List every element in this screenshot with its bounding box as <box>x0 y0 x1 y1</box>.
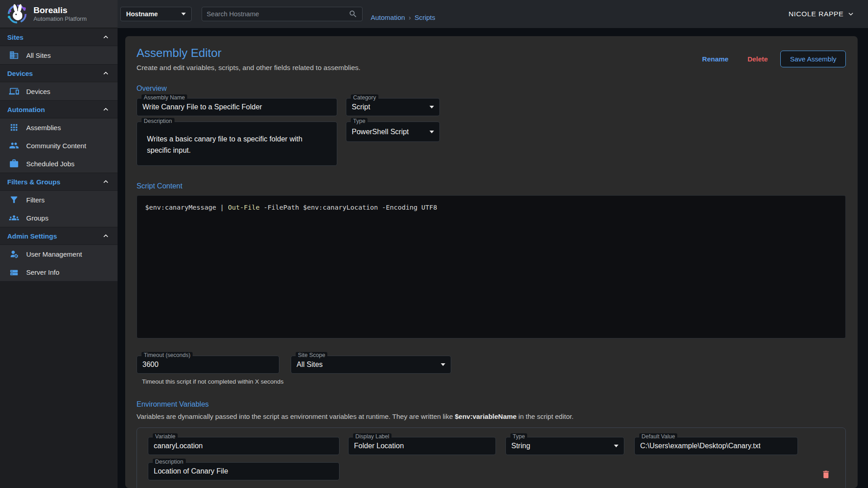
description-field[interactable]: Description Writes a basic canary file t… <box>137 122 337 166</box>
breadcrumb-separator: › <box>409 14 411 21</box>
script-code-editor[interactable]: $env:canaryMessage | Out-File -FilePath … <box>137 195 846 338</box>
devices-icon <box>9 86 19 96</box>
env-vars-description: Variables are dynamically passed into th… <box>137 413 846 420</box>
header-actions: Rename Delete Save Assembly <box>696 51 846 67</box>
site-scope-select[interactable]: Site Scope All Sites <box>291 356 451 374</box>
chevron-up-icon <box>101 33 110 42</box>
server-icon <box>9 267 19 277</box>
code-segment-function: Out-File <box>228 204 259 211</box>
variable-description-field[interactable]: Description Location of Canary File <box>148 462 340 480</box>
timeout-field[interactable]: Timeout (seconds) 3600 <box>137 356 279 374</box>
rename-button[interactable]: Rename <box>696 52 735 66</box>
delete-variable-button[interactable] <box>821 469 831 481</box>
env-var-syntax: $env:variableName <box>455 413 517 420</box>
page-title: Assembly Editor <box>137 46 360 60</box>
save-assembly-button[interactable]: Save Assembly <box>780 51 846 67</box>
variable-type-select[interactable]: Type String <box>505 437 624 455</box>
search-input[interactable] <box>207 10 349 18</box>
chevron-down-icon <box>429 131 434 133</box>
page-subtitle: Create and edit variables, scripts, and … <box>137 64 360 72</box>
code-segment: $env:canaryMessage | <box>145 204 228 211</box>
trash-icon <box>821 469 831 479</box>
hostname-select[interactable]: Hostname <box>120 7 192 21</box>
breadcrumb-scripts[interactable]: Scripts <box>415 14 435 21</box>
sidebar: Borealis Automation Platform Sites All S… <box>0 0 118 488</box>
breadcrumb: Automation › Scripts <box>371 14 435 21</box>
timeout-helper-text: Timeout this script if not completed wit… <box>142 378 846 385</box>
sidebar-empty-area <box>0 281 118 488</box>
breadcrumb-automation[interactable]: Automation <box>371 14 405 21</box>
category-select[interactable]: Category Script <box>346 98 440 116</box>
brand-tagline: Automation Platform <box>33 15 87 22</box>
sidebar-item-community-content[interactable]: Community Content <box>0 136 118 155</box>
funnel-icon <box>9 195 19 205</box>
default-value-field[interactable]: Default Value C:\Users\example\Desktop\C… <box>634 437 798 455</box>
people-icon <box>9 141 19 150</box>
sidebar-item-server-info[interactable]: Server Info <box>0 263 118 281</box>
chevron-down-icon <box>429 106 434 108</box>
grid-icon <box>9 122 19 132</box>
sidebar-item-scheduled-jobs[interactable]: Scheduled Jobs <box>0 155 118 173</box>
content-area: Assembly Editor Create and edit variable… <box>118 28 868 488</box>
sidebar-item-devices[interactable]: Devices <box>0 82 118 100</box>
user-gear-icon <box>9 249 19 259</box>
brand-text: Borealis Automation Platform <box>33 5 87 22</box>
sidebar-section-sites[interactable]: Sites <box>0 28 118 46</box>
delete-button[interactable]: Delete <box>741 52 774 66</box>
assembly-editor-card: Assembly Editor Create and edit variable… <box>125 36 858 488</box>
sidebar-item-groups[interactable]: Groups <box>0 209 118 227</box>
display-label-field[interactable]: Display Label Folder Location <box>348 437 496 455</box>
briefcase-icon <box>9 159 19 169</box>
top-bar: Hostname Automation › Scripts NICOLE RAP… <box>118 0 868 28</box>
variable-row: Variable canaryLocation Display Label Fo… <box>137 427 846 488</box>
overview-section-label: Overview <box>137 84 846 93</box>
sidebar-section-devices[interactable]: Devices <box>0 64 118 82</box>
rabbit-logo-icon <box>5 2 29 26</box>
sidebar-item-assemblies[interactable]: Assemblies <box>0 118 118 136</box>
groups-icon <box>9 213 19 223</box>
chevron-up-icon <box>101 177 110 186</box>
brand-name: Borealis <box>33 5 87 15</box>
chevron-up-icon <box>101 231 110 240</box>
chevron-down-icon <box>614 445 618 447</box>
sidebar-section-automation[interactable]: Automation <box>0 100 118 118</box>
sidebar-section-admin-settings[interactable]: Admin Settings <box>0 227 118 245</box>
variable-name-field[interactable]: Variable canaryLocation <box>148 437 340 455</box>
sidebar-item-filters[interactable]: Filters <box>0 191 118 209</box>
env-vars-section-label: Environment Variables <box>137 400 846 408</box>
chevron-up-icon <box>101 69 110 78</box>
chevron-up-icon <box>101 105 110 114</box>
assembly-name-field[interactable]: Assembly Name Write Canary File to a Spe… <box>137 98 337 116</box>
user-name: NICOLE RAPPE <box>788 10 844 18</box>
chevron-down-icon <box>441 363 445 366</box>
chevron-down-icon <box>181 13 186 15</box>
type-select[interactable]: Type PowerShell Script <box>346 122 440 142</box>
chevron-down-icon <box>846 9 855 19</box>
code-segment: -FilePath $env:canaryLocation -Encoding … <box>259 204 437 211</box>
building-icon <box>9 50 19 60</box>
app-root: Borealis Automation Platform Sites All S… <box>0 0 868 488</box>
sidebar-item-user-management[interactable]: User Management <box>0 245 118 263</box>
script-section-label: Script Content <box>137 182 846 190</box>
search-icon <box>349 9 358 19</box>
brand-logo: Borealis Automation Platform <box>0 0 118 28</box>
page-header: Assembly Editor Create and edit variable… <box>137 46 360 72</box>
user-menu[interactable]: NICOLE RAPPE <box>788 9 855 19</box>
sidebar-item-all-sites[interactable]: All Sites <box>0 46 118 64</box>
hostname-search[interactable] <box>202 7 363 21</box>
sidebar-section-filters-groups[interactable]: Filters & Groups <box>0 173 118 191</box>
